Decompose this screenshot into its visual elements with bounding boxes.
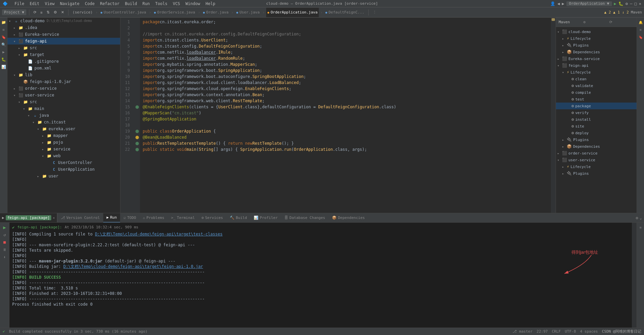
tree-pojo[interactable]: ▸ 📁 pojo <box>7 139 120 146</box>
maven-goal-site[interactable]: ⚙ site <box>556 123 637 130</box>
bottom-tab-services[interactable]: ⚙ Services <box>198 213 226 223</box>
code-area[interactable]: package cn.itcast.eureka.order; //import… <box>140 18 551 213</box>
maven-label[interactable]: Maven <box>631 10 642 15</box>
tree-feign-src[interactable]: ▸ 📁 src <box>7 45 120 51</box>
line-col[interactable]: 22:97 <box>537 329 548 334</box>
panel-hide-icon[interactable]: ⌄ <box>640 216 642 220</box>
menu-window[interactable]: Window <box>186 1 200 6</box>
tree-gitignore[interactable]: ▸ 📄 .gitignore <box>7 58 120 65</box>
maven-goal-package[interactable]: ⚙ package <box>556 103 637 109</box>
tree-user-src[interactable]: ▾ 📁 src <box>7 99 120 105</box>
line-ending[interactable]: CRLF <box>552 329 561 334</box>
tree-user[interactable]: ▸ 📁 user <box>7 173 120 179</box>
settings-icon[interactable]: ⚙ <box>625 1 628 6</box>
run-rerun-button[interactable]: ↺ <box>1 231 8 238</box>
maven-deps-1[interactable]: ▸ 📦 Dependencies <box>556 49 637 55</box>
tree-user-application[interactable]: ▸ C UserApplication <box>7 166 120 173</box>
right-bookmarks-icon[interactable]: 🔖 <box>637 34 644 40</box>
tree-lib[interactable]: ▾ 📁 lib <box>7 72 120 78</box>
tab-options-btn[interactable]: ⋮ <box>371 10 378 15</box>
tree-main[interactable]: ▾ 📁 main <box>7 105 120 112</box>
project-dropdown[interactable]: Project ▼ <box>2 9 26 15</box>
menu-vcs[interactable]: VCS <box>173 1 180 6</box>
tree-cn-itcast[interactable]: ▾ 📁 cn.itcast <box>7 119 120 125</box>
indent[interactable]: 4 spaces <box>580 329 598 334</box>
debug-button[interactable]: 🐛 <box>618 1 623 6</box>
run-button[interactable]: ▶ <box>614 1 616 6</box>
maven-eureka[interactable]: ▸ ⬛ Eureka-service <box>556 55 637 62</box>
bottom-tab-db-changes[interactable]: 🗄 Database Changes <box>281 213 329 223</box>
close-button[interactable]: ✕ <box>639 1 641 6</box>
encoding[interactable]: UTF-8 <box>565 329 576 334</box>
maven-refresh-icon[interactable]: ⟳ <box>609 20 634 24</box>
structure-bottom-icon[interactable]: ≋ <box>637 224 644 231</box>
maven-deps-2[interactable]: ▸ 📦 Dependencies <box>556 143 637 150</box>
bottom-tab-version-control[interactable]: ⎇ Version Control <box>57 213 103 223</box>
right-structure-icon[interactable]: ≋ <box>637 26 644 33</box>
tree-cloud-demo[interactable]: ▾ ☕ cloud-demo D:\文档\Temp\cloud-demo <box>7 18 120 24</box>
menu-help[interactable]: Help <box>205 1 215 6</box>
maven-goal-compile[interactable]: ⚙ compile <box>556 89 637 96</box>
maven-cloud-demo[interactable]: ▾ ⬛ cloud-demo <box>556 28 637 35</box>
maven-user-lifecycle[interactable]: ▸ ⚡ Lifecycle <box>556 163 637 170</box>
compile-link[interactable]: D:\文档\Temp\cloud-demo\feign-api\target\t… <box>95 232 223 236</box>
bottom-tab-profiler[interactable]: 📊 Profiler <box>250 213 281 223</box>
build-status-text[interactable]: Build completed successfully in 3 sec, 7… <box>9 329 148 334</box>
maximize-button[interactable]: □ <box>635 1 637 6</box>
git-branch[interactable]: ⎇ master <box>512 329 532 334</box>
editor-content[interactable]: 12345678910111213141516171819202122 <box>120 18 556 213</box>
structure-icon[interactable]: ≋ <box>0 26 7 33</box>
menu-refactor[interactable]: Refactor <box>100 1 119 6</box>
tree-mapper[interactable]: ▸ 📁 mapper <box>7 132 120 139</box>
back-icon[interactable]: ◀ <box>557 1 560 6</box>
maven-goal-deploy[interactable]: ⚙ deploy <box>556 130 637 136</box>
forward-icon[interactable]: ▶ <box>562 1 564 6</box>
bottom-tab-problems[interactable]: ⚠ Problems <box>139 213 168 223</box>
right-notification-icon[interactable]: 🔔 <box>637 19 644 26</box>
tree-service[interactable]: ▸ 📁 service <box>7 146 120 152</box>
menu-navigate[interactable]: Navigate <box>60 1 80 6</box>
run-scroll-end-button[interactable]: ⬇ <box>1 254 8 260</box>
tab-order[interactable]: ●Order.java <box>202 10 230 15</box>
maven-goal-verify[interactable]: ⚙ verify <box>556 109 637 116</box>
run-tab-active[interactable]: ▶ feign-api [package] ✕ <box>0 213 57 223</box>
collapse-all-button[interactable]: ≡ <box>39 10 44 15</box>
tab-order-service[interactable]: ●OrderService.java <box>152 10 196 15</box>
maven-user-plugins[interactable]: ▸ 🔌 Plugins <box>556 170 637 177</box>
maven-lifecycle-1[interactable]: ▸ ⚡ Lifecycle <box>556 35 637 42</box>
menu-edit[interactable]: Edit <box>30 1 39 6</box>
project-icon[interactable]: 📁 <box>0 19 7 26</box>
profile-icon[interactable]: 👤 <box>550 1 555 6</box>
maven-feign-lifecycle[interactable]: ▾ ⚡ Lifecycle <box>556 69 637 76</box>
run-pause-button[interactable]: ⏸ <box>1 246 8 253</box>
maven-order-service[interactable]: ▸ ⬛ order-service <box>556 150 637 157</box>
warning-indicator[interactable]: ▲ 2 ▲ 1 ↓ 2 <box>604 10 629 15</box>
bottom-tab-run[interactable]: ▶ Run <box>103 213 120 223</box>
maven-goal-validate[interactable]: ⚙ validate <box>556 82 637 89</box>
bottom-tab-todo[interactable]: ☑ TODO <box>120 213 139 223</box>
maven-settings-icon[interactable]: ⚙ <box>583 20 608 24</box>
sync-button[interactable]: ⟳ <box>32 9 38 15</box>
editor-scrollbar[interactable] <box>551 18 556 213</box>
maven-plugins-2[interactable]: ▸ 🔌 Plugins <box>556 136 637 143</box>
tree-feign-api[interactable]: ▾ ⬛ feign-api <box>7 38 120 45</box>
hide-panel-button[interactable]: ✕ <box>60 9 65 15</box>
maven-user-service[interactable]: ▾ ⬛ user-service <box>556 157 637 163</box>
tree-order-service[interactable]: ▸ ⬛ order-service <box>7 85 120 92</box>
jar-link[interactable]: D:\文档\Temp\cloud-demo\feign-api\target\f… <box>63 264 203 269</box>
profiler-icon-left[interactable]: 📊 <box>0 63 7 70</box>
bottom-tab-dependencies[interactable]: 📦 Dependencies <box>329 213 368 223</box>
console-area[interactable]: ✔ feign-api [package]: At 2023/10/16 10:… <box>9 223 632 328</box>
tree-pom[interactable]: ▸ 📄 pom.xml <box>7 65 120 72</box>
maven-plugins-1[interactable]: ▸ 🔌 Plugins <box>556 42 637 49</box>
tree-eureka-service[interactable]: ▸ ⬛ Eureka-service <box>7 31 120 38</box>
tree-feign-target[interactable]: ▾ 📁 target <box>7 51 120 58</box>
tree-web[interactable]: ▾ 📁 web <box>7 152 120 159</box>
project-tree[interactable]: ▾ ☕ cloud-demo D:\文档\Temp\cloud-demo ▸ 📁… <box>7 18 120 213</box>
console-scrollbar[interactable] <box>632 223 637 328</box>
tree-java[interactable]: ▾ ☕ java <box>7 112 120 119</box>
search-everywhere-icon[interactable]: OrderApplication ▼ <box>566 1 612 6</box>
menu-file[interactable]: File <box>15 1 24 6</box>
menu-code[interactable]: Code <box>85 1 95 6</box>
menu-tools[interactable]: Tools <box>155 1 167 6</box>
